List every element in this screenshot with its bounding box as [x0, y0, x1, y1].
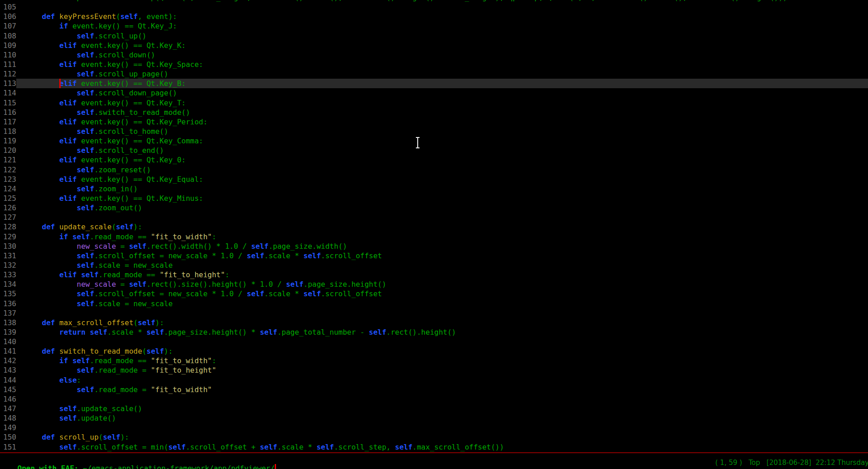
code-line[interactable]: 130 new_scale = self.rect().width() * 1.… [0, 242, 868, 251]
code-text[interactable]: else: [16, 375, 868, 385]
code-text[interactable] [16, 337, 868, 346]
code-line[interactable]: 123 elif event.key() == Qt.Key_Equal: [0, 175, 868, 184]
code-line[interactable]: 121 elif event.key() == Qt.Key_0: [0, 155, 868, 165]
code-line[interactable]: 144 else: [0, 375, 868, 385]
code-text[interactable]: self.scroll_offset = new_scale * 1.0 / s… [16, 251, 868, 261]
code-line[interactable]: 129 if self.read_mode == "fit_to_width": [0, 232, 868, 242]
code-text[interactable]: self.zoom_out() [16, 203, 868, 213]
code-line[interactable]: 114 self.scroll_down_page() [0, 88, 868, 98]
code-line[interactable]: 117 elif event.key() == Qt.Key_Period: [0, 117, 868, 127]
code-line[interactable]: 131 self.scroll_offset = new_scale * 1.0… [0, 251, 868, 261]
code-text[interactable]: self.scroll_to_home() [16, 127, 868, 136]
code-line[interactable]: 145 self.read_mode = "fit_to_width" [0, 385, 868, 394]
code-text[interactable]: if self.read_mode == "fit_to_width": [16, 356, 868, 365]
code-text[interactable]: elif event.key() == Qt.Key_0: [16, 155, 868, 165]
code-line[interactable]: 141 def switch_to_read_mode(self): [0, 346, 868, 356]
code-text[interactable]: self.scale = new_scale [16, 261, 868, 270]
code-line[interactable]: 106 def keyPressEvent(self, event): [0, 12, 868, 21]
echo-area[interactable]: Open with EAF: ~/emacs-application-frame… [0, 453, 868, 469]
code-text[interactable]: self.zoom_in() [16, 184, 868, 194]
code-text[interactable]: self.switch_to_read_mode() [16, 108, 868, 117]
mouse-ibeam-cursor [415, 137, 421, 149]
code-text[interactable]: self.scroll_up() [16, 31, 868, 41]
code-text[interactable]: elif event.key() == Qt.Key_B: [16, 79, 868, 88]
code-text[interactable]: if self.read_mode == "fit_to_width": [16, 232, 868, 242]
code-text[interactable]: self.scroll_offset = min(self.scroll_off… [16, 442, 868, 452]
code-line[interactable]: 148 self.update() [0, 413, 868, 423]
code-line[interactable]: 139 return self.scale * self.page_size.h… [0, 327, 868, 337]
code-line[interactable]: 108 self.scroll_up() [0, 31, 868, 41]
code-editor[interactable]: 104 painter.drawPixmap(QRect(0, rest_hei… [0, 0, 868, 452]
code-line[interactable]: 110 self.scroll_down() [0, 50, 868, 60]
code-line[interactable]: 125 elif event.key() == Qt.Key_Minus: [0, 194, 868, 203]
code-line[interactable]: 120 self.scroll_to_end() [0, 146, 868, 155]
code-line[interactable]: 105 [0, 2, 868, 12]
code-line[interactable]: 115 elif event.key() == Qt.Key_T: [0, 98, 868, 108]
code-text[interactable] [16, 394, 868, 404]
code-text[interactable]: return self.scale * self.page_size.heigh… [16, 327, 868, 337]
code-line[interactable]: 111 elif event.key() == Qt.Key_Space: [0, 60, 868, 69]
code-text[interactable]: self.scroll_up_page() [16, 69, 868, 79]
code-text[interactable]: elif self.read_mode == "fit_to_height": [16, 270, 868, 280]
code-line[interactable]: 127 [0, 213, 868, 222]
code-line[interactable]: 132 self.scale = new_scale [0, 261, 868, 270]
code-line[interactable]: 143 self.read_mode = "fit_to_height" [0, 365, 868, 375]
code-line[interactable]: 138 def max_scroll_offset(self): [0, 318, 868, 327]
code-line[interactable]: 147 self.update_scale() [0, 404, 868, 413]
code-line[interactable]: 116 self.switch_to_read_mode() [0, 108, 868, 117]
code-line[interactable]: 137 [0, 308, 868, 318]
code-line[interactable]: 151 self.scroll_offset = min(self.scroll… [0, 442, 868, 452]
code-line[interactable]: 107 if event.key() == Qt.Key_J: [0, 21, 868, 31]
code-line[interactable]: 118 self.scroll_to_home() [0, 127, 868, 136]
code-text[interactable]: self.zoom_reset() [16, 165, 868, 175]
code-line[interactable]: 146 [0, 394, 868, 404]
code-line[interactable]: 109 elif event.key() == Qt.Key_K: [0, 41, 868, 50]
code-text[interactable]: self.scroll_down() [16, 50, 868, 60]
code-text[interactable]: def update_scale(self): [16, 222, 868, 232]
code-text[interactable]: elif event.key() == Qt.Key_T: [16, 98, 868, 108]
code-text[interactable]: elif event.key() == Qt.Key_K: [16, 41, 868, 50]
code-text[interactable]: def scroll_up(self): [16, 432, 868, 442]
code-line[interactable]: 150 def scroll_up(self): [0, 432, 868, 442]
code-text[interactable]: def keyPressEvent(self, event): [16, 12, 868, 21]
line-number: 119 [0, 136, 16, 146]
code-text[interactable]: elif event.key() == Qt.Key_Equal: [16, 175, 868, 184]
code-text[interactable] [16, 2, 868, 12]
code-line[interactable]: 112 self.scroll_up_page() [0, 69, 868, 79]
code-text[interactable] [16, 213, 868, 222]
code-text[interactable]: self.scroll_to_end() [16, 146, 868, 155]
code-text[interactable] [16, 308, 868, 318]
code-text[interactable]: elif event.key() == Qt.Key_Period: [16, 117, 868, 127]
code-line[interactable]: 135 self.scroll_offset = new_scale * 1.0… [0, 289, 868, 298]
code-text[interactable]: self.read_mode = "fit_to_width" [16, 385, 868, 394]
code-line[interactable]: 124 self.zoom_in() [0, 184, 868, 194]
code-text[interactable]: elif event.key() == Qt.Key_Minus: [16, 194, 868, 203]
code-text[interactable]: self.update() [16, 413, 868, 423]
code-line[interactable]: 142 if self.read_mode == "fit_to_width": [0, 356, 868, 365]
code-line[interactable]: 140 [0, 337, 868, 346]
code-line[interactable]: 122 self.zoom_reset() [0, 165, 868, 175]
code-text[interactable]: new_scale = self.rect().width() * 1.0 / … [16, 242, 868, 251]
code-line[interactable]: 133 elif self.read_mode == "fit_to_heigh… [0, 270, 868, 280]
code-line[interactable]: 136 self.scale = new_scale [0, 299, 868, 308]
code-text[interactable]: self.scale = new_scale [16, 299, 868, 308]
line-number: 151 [0, 442, 16, 452]
code-text[interactable]: self.read_mode = "fit_to_height" [16, 365, 868, 375]
code-text[interactable]: elif event.key() == Qt.Key_Comma: [16, 136, 868, 146]
code-text[interactable] [16, 423, 868, 432]
minibuffer-input[interactable]: ~/emacs-application-framework/app/pdfvie… [83, 464, 275, 469]
code-line[interactable]: 119 elif event.key() == Qt.Key_Comma: [0, 136, 868, 146]
code-line[interactable]: 134 new_scale = self.rect().size().heigh… [0, 280, 868, 289]
code-line[interactable]: 126 self.zoom_out() [0, 203, 868, 213]
code-text[interactable]: self.update_scale() [16, 404, 868, 413]
code-line[interactable]: 149 [0, 423, 868, 432]
code-text[interactable]: if event.key() == Qt.Key_J: [16, 21, 868, 31]
code-text[interactable]: self.scroll_down_page() [16, 88, 868, 98]
code-text[interactable]: elif event.key() == Qt.Key_Space: [16, 60, 868, 69]
code-text[interactable]: self.scroll_offset = new_scale * 1.0 / s… [16, 289, 868, 298]
code-line[interactable]: 128 def update_scale(self): [0, 222, 868, 232]
code-line[interactable]: 113 elif event.key() == Qt.Key_B: [0, 79, 868, 88]
code-text[interactable]: def switch_to_read_mode(self): [16, 346, 868, 356]
code-text[interactable]: def max_scroll_offset(self): [16, 318, 868, 327]
code-text[interactable]: new_scale = self.rect().size().height() … [16, 280, 868, 289]
